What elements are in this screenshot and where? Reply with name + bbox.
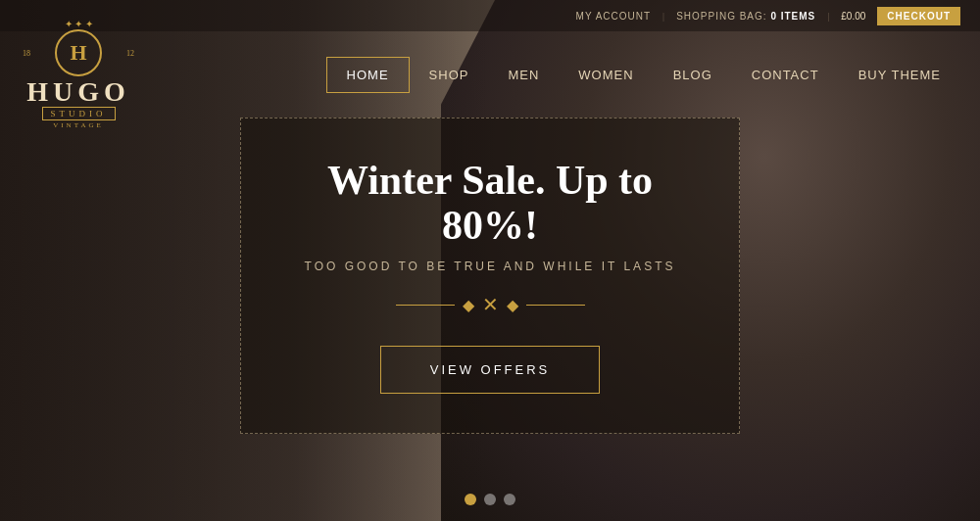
ornament-divider: ◆ ✕ ◆ bbox=[396, 293, 585, 316]
hero-title: Winter Sale. Up to 80%! bbox=[290, 158, 690, 248]
nav-women[interactable]: WOMEN bbox=[559, 58, 653, 92]
shopping-bag-info: SHOPPING BAG: 0 ITEMS bbox=[676, 11, 815, 22]
ornament-diamond-left: ◆ bbox=[463, 296, 474, 314]
slide-dot-1[interactable] bbox=[465, 494, 476, 505]
separator-1: | bbox=[662, 11, 664, 22]
promo-box: Winter Sale. Up to 80%! TOO GOOD TO BE T… bbox=[240, 118, 740, 434]
nav-buy-theme[interactable]: BUY THEME bbox=[839, 58, 960, 92]
view-offers-button[interactable]: VIEW OFFERS bbox=[380, 346, 601, 394]
nav-men[interactable]: MEN bbox=[488, 58, 559, 92]
nav-contact[interactable]: CONTACT bbox=[732, 58, 839, 92]
ornament-line-right bbox=[526, 305, 585, 306]
logo-letter: H bbox=[70, 42, 86, 64]
logo-emblem: 18 H 12 bbox=[44, 29, 113, 76]
header: ✦ ✦ ✦ 18 H 12 HUGO STUDIO VINTAGE HOME S… bbox=[0, 31, 980, 118]
logo-circle: H bbox=[55, 29, 102, 76]
logo-ornament: ✦ ✦ ✦ bbox=[65, 20, 93, 29]
nav-blog[interactable]: BLOG bbox=[654, 58, 732, 92]
brand-tagline: VINTAGE bbox=[53, 121, 104, 129]
separator-2: | bbox=[827, 11, 829, 22]
checkout-button[interactable]: CHECKOUT bbox=[877, 7, 960, 25]
slide-indicators bbox=[465, 494, 515, 505]
ornament-diamond-right: ◆ bbox=[507, 296, 518, 314]
hero-content: Winter Sale. Up to 80%! TOO GOOD TO BE T… bbox=[0, 118, 980, 434]
my-account-link[interactable]: MY ACCOUNT bbox=[576, 11, 652, 22]
brand-name: HUGO bbox=[26, 78, 130, 106]
nav-shop[interactable]: SHOP bbox=[410, 58, 489, 92]
slide-dot-2[interactable] bbox=[484, 494, 496, 505]
cart-price: £0.00 bbox=[841, 11, 865, 22]
top-bar: MY ACCOUNT | SHOPPING BAG: 0 ITEMS | £0.… bbox=[0, 0, 980, 31]
ornament-x: ✕ bbox=[482, 293, 499, 316]
logo-year-right: 12 bbox=[126, 49, 134, 58]
logo-year-left: 18 bbox=[23, 49, 30, 58]
main-nav: HOME SHOP MEN WOMEN BLOG CONTACT BUY THE… bbox=[326, 57, 960, 93]
brand-studio: STUDIO bbox=[51, 109, 107, 118]
ornament-line-left bbox=[396, 305, 455, 306]
hero-subtitle: TOO GOOD TO BE TRUE AND WHILE IT LASTS bbox=[305, 260, 676, 273]
slide-dot-3[interactable] bbox=[504, 494, 515, 505]
logo[interactable]: ✦ ✦ ✦ 18 H 12 HUGO STUDIO VINTAGE bbox=[20, 35, 137, 114]
nav-home[interactable]: HOME bbox=[326, 57, 410, 93]
logo-studio-box: STUDIO bbox=[42, 107, 116, 120]
